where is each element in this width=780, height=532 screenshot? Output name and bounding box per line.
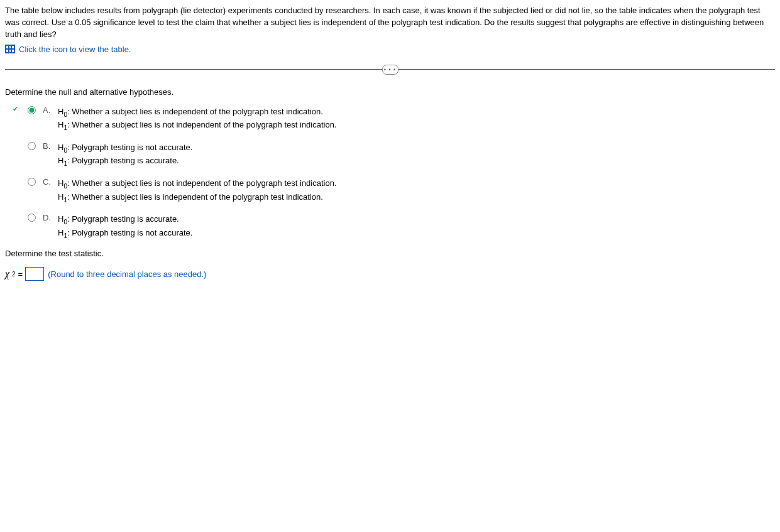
table-icon — [5, 45, 15, 53]
option-b-letter: B. — [43, 141, 53, 151]
view-table-label: Click the icon to view the table. — [19, 45, 131, 54]
hypotheses-instruction: Determine the null and alternative hypot… — [5, 87, 775, 97]
chi-square-input[interactable] — [25, 267, 44, 281]
option-b-body: H0: Polygraph testing is not accurate. H… — [58, 141, 775, 168]
section-divider: • • • — [5, 69, 775, 70]
statistic-instruction: Determine the test statistic. — [5, 249, 775, 258]
chi-symbol: χ — [5, 268, 9, 280]
correct-check-icon: ✔ — [13, 105, 18, 113]
option-c-letter: C. — [43, 177, 53, 187]
rounding-hint: (Round to three decimal places as needed… — [48, 269, 206, 279]
more-dots-button[interactable]: • • • — [382, 65, 398, 75]
option-c[interactable]: C. H0: Whether a subject lies is not ind… — [14, 177, 775, 204]
option-a-body: H0: Whether a subject lies is independen… — [58, 106, 775, 133]
option-d-radio[interactable] — [28, 214, 36, 222]
option-d-body: H0: Polygraph testing is accurate. H1: P… — [58, 213, 775, 240]
option-a-radio[interactable] — [28, 106, 36, 114]
view-table-link[interactable]: Click the icon to view the table. — [5, 45, 775, 54]
chi-square-row: χ2 = (Round to three decimal places as n… — [5, 267, 775, 281]
option-c-radio[interactable] — [28, 178, 36, 186]
option-a[interactable]: ✔ A. H0: Whether a subject lies is indep… — [14, 106, 775, 133]
option-d-letter: D. — [43, 213, 53, 222]
option-b[interactable]: B. H0: Polygraph testing is not accurate… — [14, 141, 775, 168]
equals-sign: = — [18, 269, 23, 279]
option-a-letter: A. — [43, 106, 53, 115]
option-c-body: H0: Whether a subject lies is not indepe… — [58, 177, 775, 204]
question-text: The table below includes results from po… — [5, 5, 775, 41]
chi-sup: 2 — [12, 271, 16, 278]
option-b-radio[interactable] — [28, 142, 36, 150]
option-d[interactable]: D. H0: Polygraph testing is accurate. H1… — [14, 213, 775, 240]
